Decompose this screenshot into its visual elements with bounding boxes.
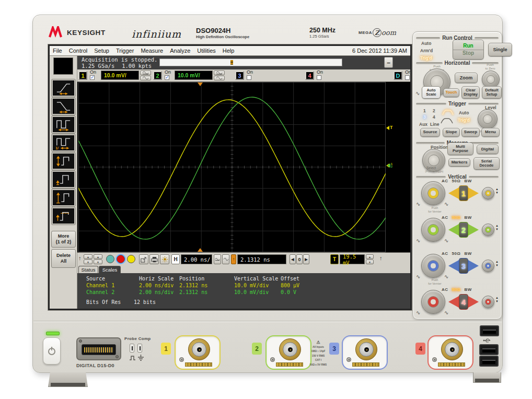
channel-1-offset-knob[interactable] — [482, 187, 494, 199]
horizontal-position-field[interactable]: 2.1312 ns — [237, 254, 286, 264]
channel-4-on-button[interactable]: 4 — [459, 294, 468, 310]
period-measurement-icon[interactable] — [52, 116, 75, 133]
tab-status[interactable]: Status — [78, 266, 98, 273]
channel-2-on-button[interactable]: 2 — [459, 222, 468, 238]
trigger-level-knob[interactable] — [478, 109, 498, 129]
channel-1-on-button[interactable]: 1 — [459, 185, 468, 201]
channel-1-scale-knob[interactable] — [421, 181, 445, 205]
acquisition-position-marker[interactable] — [230, 60, 233, 65]
single-button[interactable]: Single — [488, 43, 512, 56]
auto-scale-button[interactable]: Auto Scale — [422, 86, 441, 99]
minimize-button[interactable]: – — [384, 57, 393, 68]
trigger-menu-button[interactable]: T — [330, 254, 339, 264]
position-right-button[interactable]: ▶ — [303, 254, 309, 264]
trigger-level-spinner[interactable]: ▲▼ — [366, 254, 374, 264]
channel-4-badge[interactable]: 4 — [305, 71, 314, 80]
digital-button[interactable]: Digital — [477, 145, 499, 154]
print-button[interactable] — [149, 254, 159, 264]
frequency-measurement-icon[interactable]: 1/ — [52, 134, 75, 151]
channel-2-scale-field[interactable]: 10.0 mV/ — [175, 71, 213, 80]
menu-trigger[interactable]: Trigger — [116, 48, 134, 54]
channel-1-on-checkbox[interactable] — [90, 75, 95, 80]
channel-2-coupling-dc-button[interactable] — [214, 76, 225, 80]
menu-file[interactable]: File — [53, 48, 62, 54]
export-button[interactable] — [139, 254, 148, 264]
vertical-spinner-2[interactable]: ▲▼ — [94, 254, 102, 264]
menu-help[interactable]: Help — [223, 48, 235, 54]
digital-channel-badge[interactable]: D — [394, 71, 402, 80]
menu-utilities[interactable]: Utilities — [197, 48, 215, 54]
trigger-sweep-button[interactable]: Sweep — [461, 128, 480, 137]
clear-display-button[interactable]: Clear Display — [461, 86, 480, 99]
menu-measure[interactable]: Measure — [141, 48, 163, 54]
channel-1-coupling-ac-button[interactable] — [140, 71, 151, 75]
channel-1-badge[interactable]: 1 — [78, 71, 87, 80]
horizontal-menu-button[interactable]: H — [171, 254, 180, 264]
channel-3-scale-knob[interactable] — [421, 254, 445, 278]
horizontal-position-knob[interactable] — [482, 71, 500, 88]
position-zero-button[interactable]: 0 — [296, 254, 303, 264]
run-stop-button[interactable]: Run Stop — [453, 40, 484, 60]
digital-on-checkbox[interactable] — [405, 75, 410, 80]
channel-1-scale-field[interactable]: 10.0 mV/ — [101, 71, 139, 80]
channel-4-offset-knob[interactable] — [482, 296, 494, 308]
channel-2-offset-knob[interactable] — [482, 224, 494, 236]
cursor-color-teal-button[interactable] — [106, 255, 114, 263]
trigger-src-aux: Aux — [419, 122, 427, 127]
bandwidth-block: 250 MHz 1.25 GSa/s — [309, 27, 336, 39]
left-foot — [48, 372, 88, 387]
rise-time-measurement-icon[interactable] — [52, 79, 75, 97]
channel-2-badge[interactable]: 2 — [153, 71, 162, 80]
channel-3-on-checkbox[interactable] — [247, 75, 251, 80]
channel-3-on-button[interactable]: 3 — [459, 258, 468, 274]
oscilloscope-front: KEYSIGHT infiniium DSO9024H High Definit… — [0, 0, 532, 399]
tab-scales[interactable]: Scales — [99, 266, 121, 273]
channel-4-on-checkbox[interactable] — [317, 75, 321, 80]
channel-2-coupling-ac-button[interactable] — [214, 71, 225, 75]
menu-setup[interactable]: Setup — [94, 48, 109, 54]
trigger-level-marker[interactable]: T — [386, 125, 393, 130]
cursor-color-red-button[interactable] — [117, 255, 125, 263]
channel-3-badge[interactable]: 3 — [235, 71, 244, 80]
trigger-level-field[interactable]: 19.5 mV — [340, 254, 365, 264]
fall-time-measurement-icon[interactable] — [52, 98, 75, 115]
model-block: DSO9024H High Definition Oscilloscope — [196, 27, 249, 39]
peak-peak-measurement-icon[interactable] — [52, 152, 75, 170]
channel-2-bowtie-left — [448, 224, 459, 236]
menu-analyze[interactable]: Analyze — [170, 48, 190, 54]
trigger-menu-button[interactable]: Menu — [481, 128, 500, 137]
delete-all-button[interactable]: Delete All — [51, 249, 76, 268]
vertical-spinner-1[interactable]: ▲▼ — [84, 254, 92, 264]
channel-2-on-checkbox[interactable] — [165, 75, 169, 80]
position-left-button[interactable]: ◀ — [290, 254, 296, 264]
zoom-button[interactable]: Zoom — [455, 73, 478, 83]
multi-purpose-button[interactable]: Multi Purpose — [447, 143, 473, 155]
cursor-color-yellow-button[interactable] — [127, 255, 135, 263]
menu-control[interactable]: Control — [69, 48, 87, 54]
channel-2-on-label: On — [165, 69, 171, 75]
maximum-measurement-icon[interactable] — [52, 189, 75, 206]
overshoot-measurement-icon[interactable] — [52, 207, 75, 225]
serial-decode-button[interactable]: Serial Decode — [473, 157, 500, 170]
channel-2-scale-knob[interactable] — [421, 218, 445, 242]
channel-3-offset-knob[interactable] — [482, 260, 494, 272]
markers-button[interactable]: Markers — [448, 158, 470, 167]
trigger-slope-button[interactable]: Slope — [443, 128, 460, 137]
h-scale-coarse-button[interactable] — [222, 254, 229, 264]
channel-4-scale-knob[interactable] — [421, 290, 445, 314]
touch-button[interactable]: Touch — [443, 88, 459, 97]
more-button[interactable]: More (1 of 2) — [51, 231, 76, 248]
trigger-source-button[interactable]: Source — [420, 128, 440, 137]
trigger-src-4: 4 — [433, 114, 435, 120]
brightness-button[interactable] — [160, 254, 169, 264]
default-setup-button[interactable]: Default Setup — [482, 86, 502, 99]
acquisition-position-bar[interactable] — [159, 58, 342, 66]
power-button[interactable] — [43, 337, 61, 365]
channel-1-coupling-dc-button[interactable] — [140, 76, 151, 80]
trigger-position-marker-button[interactable]: ↑ — [231, 254, 236, 264]
minimum-measurement-icon[interactable] — [52, 171, 75, 188]
h-scale-fine-button[interactable] — [214, 254, 221, 264]
channel-ground-markers[interactable]: 1 2 — [386, 163, 392, 168]
horizontal-scale-field[interactable]: 2.00 ns/ — [181, 254, 212, 264]
trigger-src-2: 2 — [433, 108, 435, 113]
